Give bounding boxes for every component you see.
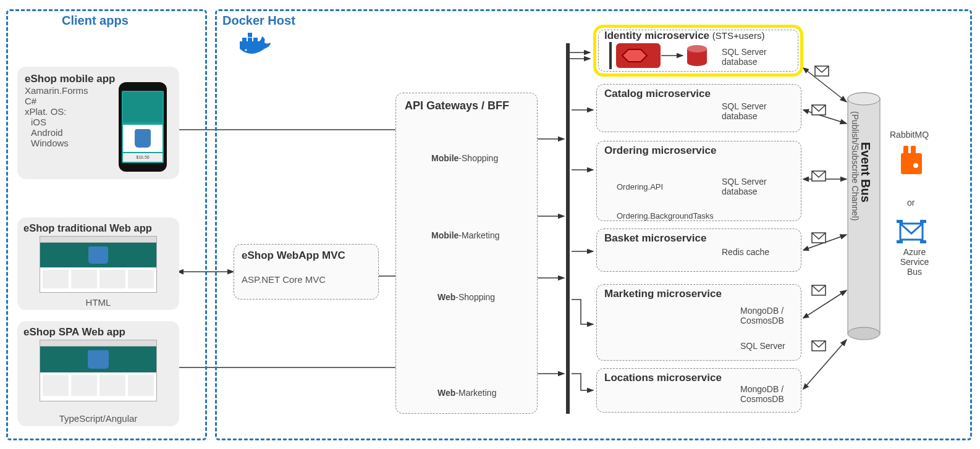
marketing-db2: SQL Server	[740, 341, 785, 351]
traditional-web-card: eShop traditional Web app HTML	[17, 217, 179, 310]
mobile-app-card: eShop mobile app Xamarin.Forms C# xPlat.…	[17, 67, 179, 179]
event-bus-title: Event Bus	[858, 142, 872, 203]
identity-title: Identity microservice (STS+users)	[604, 30, 764, 42]
locations-title: Locations microservice	[604, 372, 722, 384]
identity-db: SQL Server database	[722, 47, 777, 67]
ordering-bg: Ordering.BackgroundTasks	[617, 211, 714, 220]
catalog-title: Catalog microservice	[604, 88, 711, 100]
gw-web-shopping: Web-Shopping	[437, 292, 495, 302]
gw-web-marketing: Web-Marketing	[437, 388, 496, 398]
spa-sub: TypeScript/Angular	[17, 413, 179, 424]
gw-mobile-marketing: Mobile-Marketing	[431, 230, 499, 240]
phone-icon: $16.50	[119, 82, 167, 172]
or-label: or	[907, 198, 915, 208]
browser-thumb-icon	[40, 340, 157, 401]
gw-mobile-shopping: Mobile-Shopping	[431, 153, 498, 163]
catalog-db: SQL Server database	[722, 101, 777, 121]
ordering-title: Ordering microservice	[604, 145, 716, 157]
traditional-sub: HTML	[17, 297, 179, 308]
mvc-sub: ASP.NET Core MVC	[242, 274, 371, 285]
azure-label: AzureService Bus	[893, 247, 936, 277]
docker-host-title: Docker Host	[222, 14, 295, 28]
client-apps-title: Client apps	[62, 14, 129, 28]
event-bus-sub: (Publish/Subscribe Channel)	[850, 111, 860, 220]
browser-thumb-icon	[40, 236, 157, 293]
mvc-title: eShop WebApp MVC	[242, 250, 371, 262]
locations-db: MongoDB / CosmosDB	[740, 384, 799, 404]
ordering-api: Ordering.API	[617, 182, 663, 191]
basket-title: Basket microservice	[604, 232, 706, 245]
spa-title: eShop SPA Web app	[23, 326, 173, 338]
api-gateways-card: API Gateways / BFF	[395, 93, 538, 414]
docker-host-panel	[215, 9, 972, 440]
marketing-db1: MongoDB / CosmosDB	[740, 306, 799, 325]
spa-web-card: eShop SPA Web app TypeScript/Angular	[17, 321, 179, 426]
basket-db: Redis cache	[722, 247, 769, 257]
gateways-title: API Gateways / BFF	[405, 99, 528, 112]
marketing-title: Marketing microservice	[604, 288, 722, 300]
rabbitmq-label: RabbitMQ	[890, 130, 929, 140]
ordering-db: SQL Server database	[722, 177, 777, 196]
mvc-card: eShop WebApp MVC ASP.NET Core MVC	[234, 244, 379, 300]
traditional-title: eShop traditional Web app	[23, 222, 173, 234]
